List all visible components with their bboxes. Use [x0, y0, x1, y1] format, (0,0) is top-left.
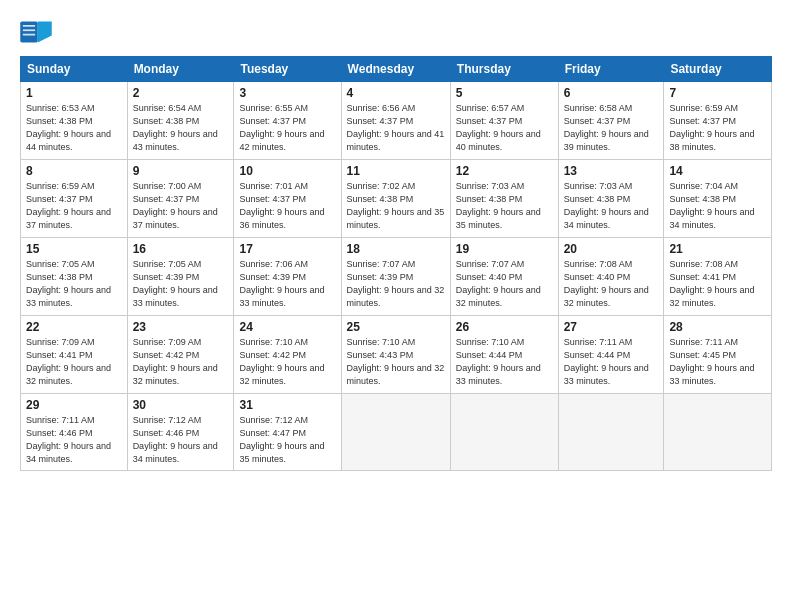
day-number: 18 — [347, 242, 445, 256]
calendar-cell: 16 Sunrise: 7:05 AM Sunset: 4:39 PM Dayl… — [127, 238, 234, 316]
calendar-cell: 7 Sunrise: 6:59 AM Sunset: 4:37 PM Dayli… — [664, 82, 772, 160]
calendar-week-3: 15 Sunrise: 7:05 AM Sunset: 4:38 PM Dayl… — [21, 238, 772, 316]
day-header-saturday: Saturday — [664, 57, 772, 82]
calendar-cell: 30 Sunrise: 7:12 AM Sunset: 4:46 PM Dayl… — [127, 394, 234, 471]
day-number: 22 — [26, 320, 122, 334]
day-info: Sunrise: 6:53 AM Sunset: 4:38 PM Dayligh… — [26, 102, 122, 154]
day-number: 13 — [564, 164, 659, 178]
calendar-cell — [450, 394, 558, 471]
day-info: Sunrise: 7:05 AM Sunset: 4:38 PM Dayligh… — [26, 258, 122, 310]
calendar-cell: 9 Sunrise: 7:00 AM Sunset: 4:37 PM Dayli… — [127, 160, 234, 238]
header — [20, 18, 772, 46]
day-info: Sunrise: 7:01 AM Sunset: 4:37 PM Dayligh… — [239, 180, 335, 232]
day-info: Sunrise: 7:10 AM Sunset: 4:43 PM Dayligh… — [347, 336, 445, 388]
day-header-sunday: Sunday — [21, 57, 128, 82]
calendar-cell: 23 Sunrise: 7:09 AM Sunset: 4:42 PM Dayl… — [127, 316, 234, 394]
svg-rect-3 — [23, 29, 35, 31]
day-number: 28 — [669, 320, 766, 334]
logo — [20, 18, 56, 46]
day-number: 17 — [239, 242, 335, 256]
calendar-cell: 20 Sunrise: 7:08 AM Sunset: 4:40 PM Dayl… — [558, 238, 664, 316]
calendar-week-4: 22 Sunrise: 7:09 AM Sunset: 4:41 PM Dayl… — [21, 316, 772, 394]
calendar-week-1: 1 Sunrise: 6:53 AM Sunset: 4:38 PM Dayli… — [21, 82, 772, 160]
day-info: Sunrise: 7:06 AM Sunset: 4:39 PM Dayligh… — [239, 258, 335, 310]
day-info: Sunrise: 7:11 AM Sunset: 4:46 PM Dayligh… — [26, 414, 122, 466]
day-info: Sunrise: 6:55 AM Sunset: 4:37 PM Dayligh… — [239, 102, 335, 154]
day-number: 1 — [26, 86, 122, 100]
day-info: Sunrise: 7:07 AM Sunset: 4:40 PM Dayligh… — [456, 258, 553, 310]
calendar-cell: 15 Sunrise: 7:05 AM Sunset: 4:38 PM Dayl… — [21, 238, 128, 316]
day-number: 4 — [347, 86, 445, 100]
day-info: Sunrise: 7:03 AM Sunset: 4:38 PM Dayligh… — [564, 180, 659, 232]
svg-rect-4 — [23, 34, 35, 36]
calendar-cell: 19 Sunrise: 7:07 AM Sunset: 4:40 PM Dayl… — [450, 238, 558, 316]
calendar-cell — [341, 394, 450, 471]
day-header-wednesday: Wednesday — [341, 57, 450, 82]
day-number: 30 — [133, 398, 229, 412]
day-info: Sunrise: 7:05 AM Sunset: 4:39 PM Dayligh… — [133, 258, 229, 310]
day-info: Sunrise: 6:54 AM Sunset: 4:38 PM Dayligh… — [133, 102, 229, 154]
day-number: 14 — [669, 164, 766, 178]
day-number: 23 — [133, 320, 229, 334]
svg-marker-1 — [38, 22, 52, 43]
calendar-week-2: 8 Sunrise: 6:59 AM Sunset: 4:37 PM Dayli… — [21, 160, 772, 238]
day-info: Sunrise: 6:59 AM Sunset: 4:37 PM Dayligh… — [669, 102, 766, 154]
day-info: Sunrise: 7:03 AM Sunset: 4:38 PM Dayligh… — [456, 180, 553, 232]
day-number: 5 — [456, 86, 553, 100]
day-header-thursday: Thursday — [450, 57, 558, 82]
day-number: 27 — [564, 320, 659, 334]
day-number: 2 — [133, 86, 229, 100]
day-header-tuesday: Tuesday — [234, 57, 341, 82]
calendar-cell: 17 Sunrise: 7:06 AM Sunset: 4:39 PM Dayl… — [234, 238, 341, 316]
calendar-header-row: SundayMondayTuesdayWednesdayThursdayFrid… — [21, 57, 772, 82]
svg-rect-0 — [20, 22, 38, 43]
day-number: 26 — [456, 320, 553, 334]
day-number: 24 — [239, 320, 335, 334]
logo-icon — [20, 18, 52, 46]
svg-rect-2 — [23, 25, 35, 27]
calendar-cell: 28 Sunrise: 7:11 AM Sunset: 4:45 PM Dayl… — [664, 316, 772, 394]
calendar-cell: 25 Sunrise: 7:10 AM Sunset: 4:43 PM Dayl… — [341, 316, 450, 394]
calendar-cell: 18 Sunrise: 7:07 AM Sunset: 4:39 PM Dayl… — [341, 238, 450, 316]
day-number: 7 — [669, 86, 766, 100]
calendar-cell: 29 Sunrise: 7:11 AM Sunset: 4:46 PM Dayl… — [21, 394, 128, 471]
calendar-week-5: 29 Sunrise: 7:11 AM Sunset: 4:46 PM Dayl… — [21, 394, 772, 471]
calendar-cell: 5 Sunrise: 6:57 AM Sunset: 4:37 PM Dayli… — [450, 82, 558, 160]
day-info: Sunrise: 6:57 AM Sunset: 4:37 PM Dayligh… — [456, 102, 553, 154]
day-info: Sunrise: 6:59 AM Sunset: 4:37 PM Dayligh… — [26, 180, 122, 232]
day-info: Sunrise: 7:00 AM Sunset: 4:37 PM Dayligh… — [133, 180, 229, 232]
calendar-cell: 24 Sunrise: 7:10 AM Sunset: 4:42 PM Dayl… — [234, 316, 341, 394]
day-info: Sunrise: 7:08 AM Sunset: 4:41 PM Dayligh… — [669, 258, 766, 310]
calendar-cell: 21 Sunrise: 7:08 AM Sunset: 4:41 PM Dayl… — [664, 238, 772, 316]
day-number: 19 — [456, 242, 553, 256]
day-info: Sunrise: 7:12 AM Sunset: 4:46 PM Dayligh… — [133, 414, 229, 466]
calendar-cell: 14 Sunrise: 7:04 AM Sunset: 4:38 PM Dayl… — [664, 160, 772, 238]
day-info: Sunrise: 7:07 AM Sunset: 4:39 PM Dayligh… — [347, 258, 445, 310]
calendar-cell: 2 Sunrise: 6:54 AM Sunset: 4:38 PM Dayli… — [127, 82, 234, 160]
day-info: Sunrise: 7:11 AM Sunset: 4:45 PM Dayligh… — [669, 336, 766, 388]
day-number: 21 — [669, 242, 766, 256]
day-info: Sunrise: 7:09 AM Sunset: 4:41 PM Dayligh… — [26, 336, 122, 388]
day-number: 8 — [26, 164, 122, 178]
day-number: 16 — [133, 242, 229, 256]
day-number: 10 — [239, 164, 335, 178]
calendar-cell — [558, 394, 664, 471]
calendar-page: SundayMondayTuesdayWednesdayThursdayFrid… — [0, 0, 792, 612]
day-number: 29 — [26, 398, 122, 412]
day-info: Sunrise: 7:10 AM Sunset: 4:42 PM Dayligh… — [239, 336, 335, 388]
day-number: 15 — [26, 242, 122, 256]
day-info: Sunrise: 6:58 AM Sunset: 4:37 PM Dayligh… — [564, 102, 659, 154]
day-info: Sunrise: 7:11 AM Sunset: 4:44 PM Dayligh… — [564, 336, 659, 388]
day-header-monday: Monday — [127, 57, 234, 82]
calendar-cell: 1 Sunrise: 6:53 AM Sunset: 4:38 PM Dayli… — [21, 82, 128, 160]
calendar-cell: 11 Sunrise: 7:02 AM Sunset: 4:38 PM Dayl… — [341, 160, 450, 238]
day-info: Sunrise: 7:04 AM Sunset: 4:38 PM Dayligh… — [669, 180, 766, 232]
calendar-cell: 13 Sunrise: 7:03 AM Sunset: 4:38 PM Dayl… — [558, 160, 664, 238]
day-info: Sunrise: 7:08 AM Sunset: 4:40 PM Dayligh… — [564, 258, 659, 310]
calendar-cell: 10 Sunrise: 7:01 AM Sunset: 4:37 PM Dayl… — [234, 160, 341, 238]
calendar-cell — [664, 394, 772, 471]
calendar-cell: 26 Sunrise: 7:10 AM Sunset: 4:44 PM Dayl… — [450, 316, 558, 394]
calendar-cell: 12 Sunrise: 7:03 AM Sunset: 4:38 PM Dayl… — [450, 160, 558, 238]
day-info: Sunrise: 7:09 AM Sunset: 4:42 PM Dayligh… — [133, 336, 229, 388]
day-number: 6 — [564, 86, 659, 100]
